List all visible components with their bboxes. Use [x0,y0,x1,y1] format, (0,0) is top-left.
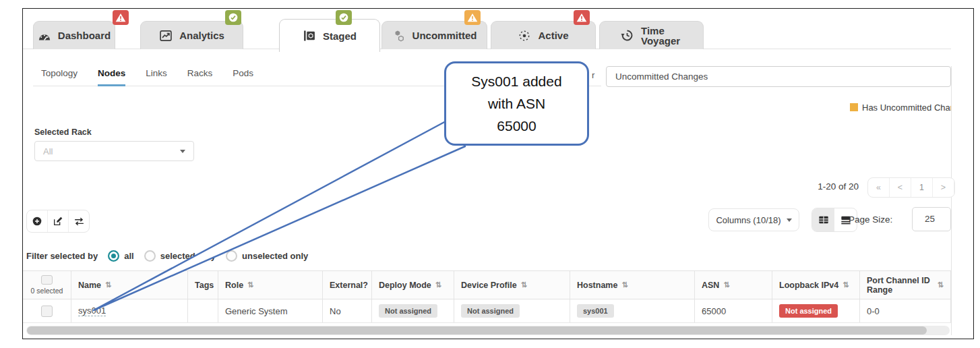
filter-option-unselected-only[interactable]: unselected only [226,250,308,262]
selected-rack-value: All [43,146,180,156]
layer-select[interactable]: Uncommitted Changes [606,66,951,87]
header-label: Name [78,281,101,290]
prev-page-button[interactable]: < [890,178,911,197]
columns-dropdown-label: Columns (10/18) [716,215,780,225]
annotation-callout: Sys001 added with ASN 65000 [444,61,589,146]
legend-label: Has Uncommitted Changes [862,103,951,113]
cell-asn: 65000 [695,299,772,322]
cell-hostname: sys001 [570,299,695,322]
hostname-badge: sys001 [577,304,614,318]
tab-uncommitted[interactable]: Uncommitted [381,21,487,49]
header-name[interactable]: Name ⇅ [71,271,188,299]
tab-label: Staged [323,30,357,42]
analytics-chart-icon [159,29,173,42]
caret-down-icon [180,150,185,153]
device-profile-badge: Not assigned [461,304,520,318]
cell-device-profile: Not assigned [454,299,570,322]
check-badge-icon [336,10,352,25]
callout-line: 65000 [497,115,536,137]
subnav-item-links[interactable]: Links [146,68,167,86]
filter-option-label: selected only [160,251,216,261]
role-value: Generic System [225,306,287,316]
cell-name: sys001 [71,299,188,322]
header-external[interactable]: External? ⇅ [323,271,372,299]
selected-rack-select[interactable]: All [34,141,194,161]
filter-option-selected-only[interactable]: selected only [144,250,216,262]
node-actions-toolbar [26,210,90,233]
header-asn[interactable]: ASN ⇅ [695,271,772,299]
filter-option-label: all [124,251,133,261]
header-label: Hostname [577,281,617,290]
tab-dashboard[interactable]: Dashboard [33,21,115,49]
subnav-item-racks[interactable]: Racks [187,68,213,86]
header-port-channel-id-range[interactable]: Port Channel ID Range ⇅ [860,271,951,299]
tab-active[interactable]: Active [491,21,596,49]
check-badge-icon [225,10,241,25]
tab-staged[interactable]: Staged [279,19,380,52]
table-header-row: 0 selected Name ⇅ Tags Role ⇅ External? … [23,270,951,299]
header-label: ASN [702,281,719,290]
horizontal-scrollbar-track[interactable] [26,326,950,335]
header-label: Port Channel ID Range [867,276,933,295]
header-role[interactable]: Role ⇅ [218,271,323,299]
alert-badge-icon [574,10,590,25]
next-page-button[interactable]: > [933,178,954,197]
panel-right-edge [951,66,952,335]
select-all-header: 0 selected [23,271,71,299]
pagination-controls: « < 1 > [867,177,955,198]
edit-node-button[interactable] [48,210,69,232]
filter-option-label: unselected only [242,251,308,261]
subnav-item-topology[interactable]: Topology [41,68,78,86]
cell-external: No [323,299,372,322]
legend-color-swatch [850,103,858,111]
layer-select-value: Uncommitted Changes [615,71,708,82]
radio-unselected-icon[interactable] [144,250,156,262]
radio-unselected-icon[interactable] [226,250,237,262]
header-deploy-mode[interactable]: Deploy Mode ⇅ [372,271,454,299]
header-label: Loopback IPv4 [779,281,838,290]
tab-label: Active [538,30,568,41]
subnav-item-nodes[interactable]: Nodes [98,68,125,86]
staged-blueprint-icon [303,29,316,42]
radio-selected-icon[interactable] [108,250,119,262]
tab-label: Uncommitted [412,30,477,41]
swap-links-button[interactable] [69,210,89,232]
port-channel-value: 0-0 [867,306,880,316]
tab-label: Dashboard [58,30,111,41]
header-label: External? [330,281,368,290]
dashboard-gauge-icon [38,30,51,42]
cell-deploy-mode: Not assigned [372,299,454,322]
table-view-button[interactable] [812,208,834,231]
columns-dropdown-button[interactable]: Columns (10/18) [708,208,799,231]
header-hostname[interactable]: Hostname ⇅ [570,271,695,299]
filter-option-all[interactable]: all [108,250,133,262]
page-number-button[interactable]: 1 [911,178,933,197]
sort-icon: ⇅ [843,281,849,289]
header-loopback-ipv4[interactable]: Loopback IPv4 ⇅ [772,271,860,299]
external-value: No [330,306,341,316]
header-tags[interactable]: Tags [188,271,218,299]
alert-badge-icon [113,10,129,25]
horizontal-scrollbar-thumb[interactable] [27,326,927,335]
subnav-item-pods[interactable]: Pods [233,68,253,86]
page-size-label: Page Size: [849,214,892,225]
tab-time-voyager[interactable]: Time Voyager [599,21,704,49]
edit-pencil-icon [53,216,63,227]
app-screenshot: Dashboard Analytics Staged Uncommitted A… [0,0,980,348]
deploy-mode-badge: Not assigned [379,304,437,318]
add-node-button[interactable] [27,210,48,232]
app-frame: Dashboard Analytics Staged Uncommitted A… [22,8,974,339]
tab-analytics[interactable]: Analytics [140,21,243,49]
selection-filter: Filter selected by all selected only uns… [26,250,308,262]
page-size-select[interactable]: 25 [912,207,951,231]
cell-tags [188,299,218,322]
warning-badge-icon [464,10,481,25]
first-page-button[interactable]: « [868,178,890,197]
page-size-value: 25 [925,214,935,224]
header-device-profile[interactable]: Device Profile ⇅ [454,271,570,299]
select-all-checkbox[interactable] [41,275,53,285]
row-checkbox[interactable] [41,306,53,317]
node-name-link[interactable]: sys001 [78,306,106,316]
cell-port-channel-id-range: 0-0 [860,299,951,322]
loopback-not-assigned-badge: Not assigned [779,304,838,318]
